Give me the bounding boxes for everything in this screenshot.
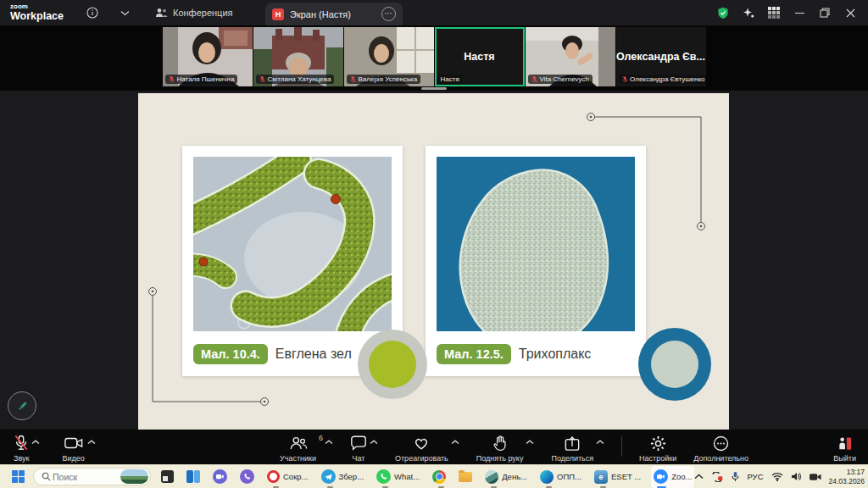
share-chevron[interactable] xyxy=(596,440,604,445)
gallery-view-icon[interactable] xyxy=(761,3,787,23)
settings-button[interactable]: Настройки xyxy=(639,430,676,463)
app-label: День... xyxy=(502,472,527,481)
app-edge[interactable]: ОПП... xyxy=(537,466,584,488)
participant-tile-svitlana[interactable]: Світлана Хатунцева xyxy=(253,27,343,86)
participant-tile-natalya[interactable]: Наталя Пшенична xyxy=(163,27,253,86)
leave-button[interactable]: Выйти xyxy=(833,430,856,463)
more-button[interactable]: Дополнительно xyxy=(693,430,748,463)
video-options-chevron[interactable] xyxy=(87,440,96,445)
speaker-icon[interactable] xyxy=(791,472,802,481)
app-telegram[interactable]: Збер... xyxy=(319,466,367,488)
shared-screen-stage: Мал. 10.4. Евглена зел xyxy=(0,91,868,430)
raised-hand-icon xyxy=(492,435,508,452)
video-camera-icon xyxy=(64,435,83,452)
chat-label: Чат xyxy=(353,454,365,463)
opera-icon xyxy=(267,470,280,483)
app-chrome[interactable] xyxy=(430,466,448,488)
recording-indicator-icon[interactable] xyxy=(711,472,724,482)
app-widgets[interactable] xyxy=(184,466,203,488)
app-opera[interactable]: Сокр... xyxy=(264,466,311,488)
share-screen-label: Поделиться xyxy=(551,454,593,463)
strip-collapse-handle[interactable] xyxy=(421,87,447,90)
app-label: Сокр... xyxy=(283,472,309,481)
dark-app-icon xyxy=(161,470,174,483)
participants-chevron[interactable] xyxy=(325,440,333,445)
participant-name: Олександра Євтушенко xyxy=(630,75,704,83)
app-label: What... xyxy=(394,472,420,481)
raise-hand-chevron[interactable] xyxy=(526,440,534,445)
react-button[interactable]: Отреагировать xyxy=(395,430,448,463)
video-button[interactable]: Видео xyxy=(62,430,84,463)
running-indicator xyxy=(600,486,606,488)
figure-badge: Мал. 12.5. xyxy=(437,344,511,364)
taskbar-search[interactable] xyxy=(33,468,151,485)
tab-more-icon[interactable]: ⋯ xyxy=(381,7,396,21)
react-chevron[interactable] xyxy=(451,440,459,445)
muted-mic-icon xyxy=(531,75,537,83)
camera-in-use-icon[interactable] xyxy=(810,473,821,481)
react-label: Отреагировать xyxy=(395,454,448,463)
app-video-chat[interactable] xyxy=(210,466,230,488)
search-input[interactable] xyxy=(51,471,120,483)
audio-button[interactable]: Звук xyxy=(14,430,29,463)
close-button[interactable] xyxy=(837,3,863,23)
tray-clock[interactable]: 13:17 24.03.2026 xyxy=(829,468,865,485)
app-whatsapp[interactable]: What... xyxy=(374,466,422,488)
language-indicator[interactable]: РУС xyxy=(747,472,763,481)
app-label: Збер... xyxy=(339,472,364,481)
video-label: Видео xyxy=(62,454,84,463)
accent-circle-teal-fill xyxy=(651,341,698,388)
participants-button[interactable]: Участники 6 xyxy=(280,430,316,463)
chat-button[interactable]: Чат xyxy=(350,430,367,463)
tray-mic-icon[interactable] xyxy=(732,471,739,482)
share-screen-button[interactable]: Поделиться xyxy=(551,430,593,463)
eset-icon: e xyxy=(594,470,608,484)
annotate-pencil-button[interactable] xyxy=(8,391,36,420)
app-dark-tile[interactable] xyxy=(159,466,176,488)
edge-icon xyxy=(540,470,554,484)
figure-card-trichoplax: Мал. 12.5. Трихоплакс xyxy=(426,146,646,376)
viber-icon xyxy=(240,469,254,484)
running-indicator xyxy=(491,486,497,488)
running-indicator xyxy=(382,486,388,488)
app-day-site[interactable]: День... xyxy=(482,466,530,488)
raise-hand-label: Поднять руку xyxy=(476,454,524,463)
app-viber[interactable] xyxy=(237,466,257,488)
chevron-down-icon[interactable] xyxy=(114,3,135,23)
tab-screen-share[interactable]: Н Экран (Настя) ⋯ xyxy=(265,3,403,25)
app-file-explorer[interactable] xyxy=(456,466,475,488)
muted-mic-icon xyxy=(622,75,628,83)
more-label: Дополнительно xyxy=(693,454,748,463)
more-ellipsis-icon xyxy=(713,435,729,452)
info-icon[interactable] xyxy=(82,3,103,23)
participant-strip: Наталя Пшенична Світлана Хатунцева Валер… xyxy=(0,25,868,91)
telegram-icon xyxy=(321,469,336,484)
app-zoom-active[interactable]: Zoo... xyxy=(651,466,694,488)
chat-chevron[interactable] xyxy=(370,440,378,445)
tab-conference[interactable]: Конференция xyxy=(155,8,232,18)
zoom-toolbar: Звук Видео Участники 6 xyxy=(0,430,868,464)
security-shield-icon[interactable] xyxy=(710,3,736,23)
presentation-slide: Мал. 10.4. Евглена зел xyxy=(138,93,729,430)
minimize-button[interactable] xyxy=(787,3,812,23)
restore-button[interactable] xyxy=(812,3,837,23)
figure-caption: Мал. 12.5. Трихоплакс xyxy=(437,339,641,369)
participant-tile-vita[interactable]: Vita Chernevych xyxy=(526,27,615,86)
raise-hand-button[interactable]: Поднять руку xyxy=(476,430,524,463)
participant-name: Настя xyxy=(441,75,459,83)
search-daily-image[interactable] xyxy=(120,469,148,484)
participant-tile-valeriya[interactable]: Валерія Успенська xyxy=(344,27,434,86)
app-eset[interactable]: e ESET ... xyxy=(592,466,643,488)
people-icon xyxy=(155,8,168,18)
ai-companion-icon[interactable] xyxy=(736,3,761,23)
participant-tile-nastya-active[interactable]: Настя Настя xyxy=(435,27,525,86)
wifi-icon[interactable] xyxy=(771,472,783,481)
start-button[interactable] xyxy=(12,470,25,483)
logo-workplace: Workplace xyxy=(10,11,64,22)
gear-icon xyxy=(650,435,666,452)
tray-expand-chevron[interactable] xyxy=(694,474,704,480)
day-site-icon xyxy=(485,470,498,484)
audio-options-chevron[interactable] xyxy=(31,440,40,445)
participant-tile-oleksandra[interactable]: Олександра Єв... Олександра Євтушенко xyxy=(616,27,706,86)
trichoplax-micrograph xyxy=(437,157,635,331)
